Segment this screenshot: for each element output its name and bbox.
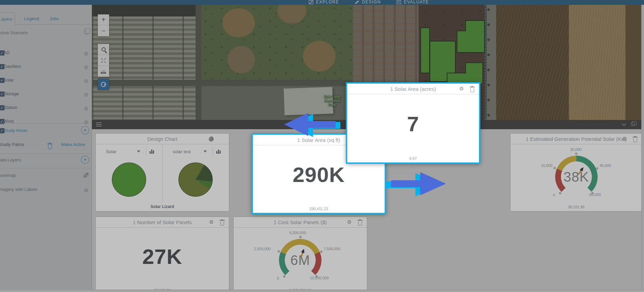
search-icon bbox=[102, 47, 106, 51]
sidebar-tabs: Layers Legend Jobs bbox=[0, 11, 92, 25]
zoom-in-button[interactable]: + bbox=[98, 14, 109, 25]
gear-icon[interactable]: ⚙ bbox=[84, 186, 89, 195]
layer-checkbox[interactable]: ✓ bbox=[0, 78, 4, 83]
gear-icon[interactable]: ⚙ bbox=[84, 90, 89, 100]
card-title: 1 Solar Area (sq ft) bbox=[297, 137, 340, 143]
card-title: 1 Solar Area (acres) bbox=[390, 86, 436, 92]
basemap-row: Basemap bbox=[0, 171, 92, 180]
restore-dashboard-icon[interactable] bbox=[631, 123, 635, 126]
make-active-link[interactable]: Make Active bbox=[61, 140, 85, 149]
nav-design[interactable]: DESIGN bbox=[355, 0, 381, 4]
layer-row-ad[interactable]: ✓ AD ⚙ bbox=[0, 48, 92, 58]
kpi-raw-value: 290,411.23 bbox=[253, 207, 385, 211]
card-header[interactable]: 1 Solar Area (acres) ⚙ bbox=[347, 84, 479, 94]
dashboard-toggle-button[interactable] bbox=[98, 79, 109, 90]
hamburger-menu-icon[interactable] bbox=[96, 122, 102, 123]
basemap-label: Basemap bbox=[0, 173, 16, 178]
measure-button[interactable]: ↔ bbox=[98, 66, 109, 77]
expand-icon: ↖↗↙↘ bbox=[101, 58, 106, 63]
layer-row-station[interactable]: ✓ Station ⚙ bbox=[0, 103, 92, 112]
chevron-down-icon bbox=[137, 150, 140, 153]
gear-icon[interactable]: ⚙ bbox=[347, 219, 352, 225]
delete-card-button[interactable] bbox=[220, 220, 224, 226]
card-title: 1 Estimated Generation Potential Solar (… bbox=[526, 136, 627, 142]
layer-checkbox[interactable]: ✓ bbox=[0, 64, 4, 69]
nav-evaluate[interactable]: EVALUATE bbox=[397, 0, 429, 4]
delete-card-button[interactable] bbox=[633, 137, 637, 143]
card-header[interactable]: 1 Number of Solar Panels ⚙ bbox=[96, 217, 229, 228]
zoom-out-button[interactable]: − bbox=[98, 25, 109, 36]
extent-button[interactable]: ↖↗↙↘ bbox=[98, 55, 109, 66]
layer-select-dropdown[interactable]: Solar bbox=[104, 148, 142, 155]
layer-checkbox[interactable]: ✓ bbox=[0, 128, 4, 133]
add-data-layer-button[interactable]: + bbox=[81, 156, 89, 164]
tab-jobs[interactable]: Jobs bbox=[47, 12, 62, 25]
layer-row-storage[interactable]: ✓ Storage ⚙ bbox=[0, 89, 92, 99]
basemap-grid-icon[interactable] bbox=[84, 173, 89, 178]
gauge-icon bbox=[101, 82, 106, 87]
card-cost-solar-panels: 1 Cost Solar Panels ($) ⚙ 6M 0 2,500,000… bbox=[233, 217, 367, 292]
gear-icon[interactable]: ⚙ bbox=[84, 63, 89, 72]
kpi-value: 7 bbox=[347, 95, 479, 153]
layer-checkbox[interactable]: ✓ bbox=[0, 50, 4, 56]
gauge-tick-dot bbox=[559, 192, 561, 194]
card-estimated-generation: 1 Estimated Generation Potential Solar (… bbox=[510, 133, 642, 211]
bar-chart-icon[interactable] bbox=[150, 149, 154, 154]
gauge-tick-dot bbox=[299, 236, 302, 238]
nav-explore[interactable]: EXPLORE bbox=[309, 0, 339, 4]
scenario-copy-icon[interactable] bbox=[84, 29, 89, 34]
gauge-tick-label: 2,500,000 bbox=[254, 247, 271, 251]
tab-layers[interactable]: Layers bbox=[0, 12, 15, 25]
gear-icon[interactable]: ⚙ bbox=[84, 76, 89, 86]
gear-icon[interactable]: ⚙ bbox=[84, 49, 89, 59]
bar-chart-icon[interactable] bbox=[216, 149, 221, 154]
horizontal-scrollbar[interactable] bbox=[0, 290, 644, 292]
study-areas-label: Study Areas bbox=[3, 128, 27, 133]
map-ballfield bbox=[303, 41, 336, 72]
annotation-arrow-right bbox=[391, 171, 446, 196]
active-scenario-row: Active Scenario bbox=[0, 28, 92, 38]
scenario-row-shady-palms[interactable]: Shady Palms Make Active bbox=[0, 140, 92, 149]
card-header[interactable]: 1 Estimated Generation Potential Solar (… bbox=[511, 134, 642, 144]
layer-select-dropdown[interactable]: solar test bbox=[171, 148, 209, 155]
layer-checkbox[interactable]: ✓ bbox=[0, 92, 4, 97]
delete-card-button[interactable] bbox=[470, 87, 474, 93]
data-layers-row: Data Layers + bbox=[0, 155, 92, 165]
search-button[interactable] bbox=[98, 44, 109, 55]
map-road-horizontal bbox=[92, 80, 353, 86]
gear-icon[interactable]: ⚙ bbox=[459, 86, 464, 92]
tab-legend[interactable]: Legend bbox=[21, 12, 42, 25]
layer-checkbox[interactable]: ✓ bbox=[0, 105, 4, 110]
vertical-scrollbar[interactable] bbox=[641, 5, 644, 292]
gauge-tick-label: 60,000 bbox=[589, 193, 601, 197]
card-header[interactable]: Design Chart ⚙ bbox=[96, 134, 229, 144]
card-solar-area-acres[interactable]: 1 Solar Area (acres) ⚙ 7 6.67 bbox=[346, 82, 480, 164]
chevron-down-icon bbox=[203, 150, 207, 153]
delete-card-button[interactable] bbox=[358, 220, 362, 226]
gauge-tick-label: 45,000 bbox=[600, 163, 611, 168]
gear-icon[interactable]: ⚙ bbox=[84, 104, 89, 113]
layer-row-solar[interactable]: ✓ Solar ⚙ bbox=[0, 75, 92, 85]
pie-solar[interactable] bbox=[112, 162, 146, 197]
solar-polygons[interactable] bbox=[418, 19, 490, 87]
basemap-layer-row[interactable]: Imagery with Labels ⚙ bbox=[0, 185, 92, 194]
nav-explore-label: EXPLORE bbox=[316, 0, 339, 4]
gauge-tick-label: 5,000,000 bbox=[289, 231, 306, 235]
gauge-value: 38K bbox=[563, 169, 589, 185]
annotation-arrow-left bbox=[284, 112, 336, 137]
card-title: Design Chart bbox=[147, 136, 177, 142]
study-areas-row[interactable]: ✓ Study Areas + bbox=[0, 126, 92, 135]
gear-icon[interactable]: ⚙ bbox=[622, 136, 627, 142]
add-study-area-button[interactable]: + bbox=[81, 126, 89, 134]
gear-icon[interactable]: ⚙ bbox=[209, 136, 214, 142]
card-header[interactable]: 1 Cost Solar Panels ($) ⚙ bbox=[234, 217, 367, 228]
card-title: 1 Cost Solar Panels ($) bbox=[273, 219, 327, 225]
delete-scenario-button[interactable] bbox=[48, 142, 52, 151]
layer-label: Solar bbox=[3, 77, 14, 83]
gear-icon[interactable]: ⚙ bbox=[209, 219, 214, 225]
layer-row-gasifiers[interactable]: ✓ Gasifiers ⚙ bbox=[0, 62, 92, 71]
pie-solar-test[interactable] bbox=[178, 162, 213, 197]
layer-row-wind[interactable]: ✓ Wind ⚙ bbox=[0, 117, 92, 126]
gauge-tick-label: 30,000 bbox=[570, 147, 582, 151]
collapse-dashboard-icon[interactable] bbox=[622, 122, 626, 126]
